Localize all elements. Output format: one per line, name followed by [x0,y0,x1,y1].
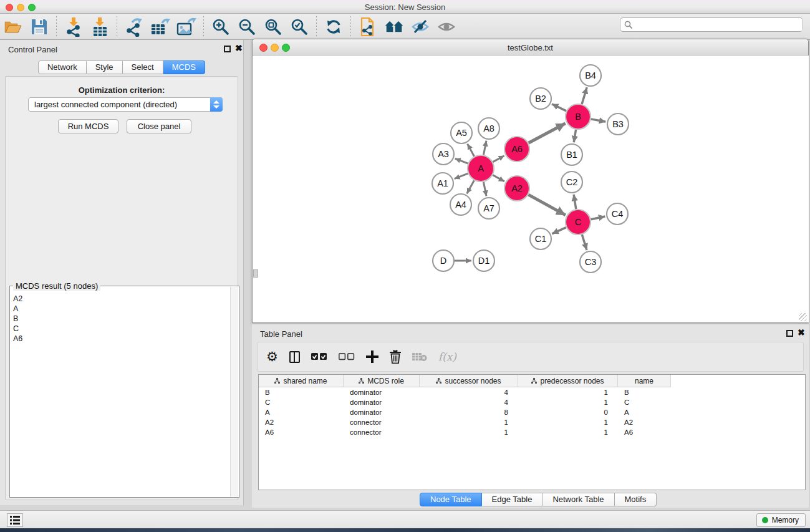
tab-edge-table[interactable]: Edge Table [482,493,543,506]
edge-B-B2[interactable] [552,104,566,111]
edge-B-B4[interactable] [582,87,587,104]
open-folder-icon[interactable] [2,16,24,37]
edge-A-A6[interactable] [493,156,504,162]
edge-A6-B[interactable] [529,123,566,143]
column-header-predecessor-nodes[interactable]: predecessor nodes [518,375,618,387]
cell-name[interactable]: C [618,397,671,407]
tab-mcds[interactable]: MCDS [163,60,205,74]
column-header-shared-name[interactable]: shared name [259,375,344,387]
cell-predecessor-nodes[interactable]: 1 [518,397,618,407]
cell-predecessor-nodes[interactable]: 0 [518,407,618,417]
export-network-icon[interactable] [123,16,145,37]
import-network-icon[interactable] [62,16,85,37]
dropdown-stepper-icon[interactable] [210,97,223,112]
edge-B-B1[interactable] [574,130,576,143]
table-row[interactable]: A2 connector 1 1 A2 [259,417,805,427]
edge-A-A1[interactable] [455,173,468,179]
float-panel-icon[interactable] [786,330,793,337]
edge-A-A4[interactable] [467,180,475,193]
column-header-successor-nodes[interactable]: successor nodes [420,375,518,387]
table-row[interactable]: C dominator 4 1 C [259,397,805,407]
refresh-icon[interactable] [322,16,345,37]
optimization-criterion-dropdown[interactable]: largest connected component (directed) [28,97,223,112]
edge-A-A2[interactable] [493,175,504,181]
edge-C-C2[interactable] [574,195,576,210]
edge-C-C4[interactable] [591,216,605,220]
tab-style[interactable]: Style [87,60,123,74]
import-table-icon[interactable] [89,16,111,37]
cell-successor-nodes[interactable]: 1 [420,427,518,437]
list-item[interactable]: C [13,324,230,334]
cell-mcds-role[interactable]: connector [344,427,420,437]
create-column-plus-icon[interactable] [366,347,378,366]
cell-successor-nodes[interactable]: 4 [420,397,518,407]
tab-network-table[interactable]: Network Table [542,493,614,506]
run-mcds-button[interactable]: Run MCDS [58,119,118,133]
memory-button[interactable]: Memory [756,513,806,527]
cell-successor-nodes[interactable]: 1 [420,417,518,427]
splitter-handle[interactable] [253,269,258,278]
cell-shared-name[interactable]: A6 [259,427,344,437]
export-table-icon[interactable] [149,16,171,37]
show-columns-icon[interactable] [289,347,300,366]
deselect-all-rows-icon[interactable] [339,347,355,366]
cell-mcds-role[interactable]: connector [344,417,420,427]
tab-node-table[interactable]: Node Table [420,493,482,506]
cell-mcds-role[interactable]: dominator [344,397,420,407]
column-header-name[interactable]: name [618,375,671,387]
edge-B-B3[interactable] [591,119,606,122]
edge-A-A8[interactable] [483,141,486,155]
tab-network[interactable]: Network [38,60,87,74]
table-row[interactable]: B dominator 4 1 B [259,387,805,397]
task-history-button[interactable] [7,513,23,527]
edge-C-C1[interactable] [552,228,566,234]
cell-shared-name[interactable]: A [259,407,344,417]
select-all-rows-icon[interactable] [311,347,327,366]
edge-C-C3[interactable] [582,235,587,250]
zoom-in-icon[interactable] [210,16,232,37]
cell-name[interactable]: A [618,407,671,417]
function-builder-icon[interactable]: f(x) [438,347,456,366]
network-window-titlebar[interactable]: testGlobe.txt [253,39,808,56]
edge-A-A7[interactable] [483,182,486,196]
home-icon[interactable] [383,16,405,37]
result-list-scrollbar[interactable] [230,287,238,496]
cell-mcds-role[interactable]: dominator [344,407,420,417]
table-settings-gear-icon[interactable]: ⚙ [266,347,278,366]
edge-A-A5[interactable] [468,144,475,157]
window-resize-grip[interactable] [799,313,807,321]
tab-select[interactable]: Select [123,60,163,74]
cell-predecessor-nodes[interactable]: 1 [518,387,618,397]
delete-table-icon[interactable] [412,347,427,366]
list-item[interactable]: B [13,314,230,324]
cell-name[interactable]: B [618,387,671,397]
mcds-result-list[interactable]: A2 A B C A6 [11,291,230,496]
tab-motifs[interactable]: Motifs [615,493,657,506]
search-input[interactable] [633,19,803,31]
network-graph-canvas[interactable]: B4B2BB3A5A8A6A3B1AA1C2A2A4A7C4CC1DD1C3 [253,56,809,322]
cell-successor-nodes[interactable]: 4 [420,387,518,397]
float-panel-icon[interactable] [224,46,231,52]
cell-shared-name[interactable]: A2 [259,417,344,427]
eye-icon[interactable] [435,16,458,37]
save-session-icon[interactable] [28,16,51,37]
export-image-icon[interactable] [175,16,198,37]
close-panel-button[interactable]: Close panel [127,119,191,133]
cell-shared-name[interactable]: B [259,387,344,397]
list-item[interactable]: A6 [13,334,230,344]
cell-name[interactable]: A6 [618,427,671,437]
new-network-from-file-icon[interactable] [357,16,379,37]
toolbar-search-field[interactable] [620,17,803,32]
edge-A-A3[interactable] [455,158,468,163]
cell-predecessor-nodes[interactable]: 1 [518,417,618,427]
cell-name[interactable]: A2 [618,417,671,427]
cell-shared-name[interactable]: C [259,397,344,407]
close-panel-icon[interactable]: ✖ [235,43,243,53]
list-item[interactable]: A [13,304,230,314]
zoom-selected-icon[interactable] [288,16,311,37]
table-row[interactable]: A dominator 8 0 A [259,407,805,417]
zoom-out-icon[interactable] [236,16,258,37]
close-panel-icon[interactable]: ✖ [798,327,805,337]
delete-column-trash-icon[interactable] [390,347,401,366]
cell-predecessor-nodes[interactable]: 1 [518,427,618,437]
